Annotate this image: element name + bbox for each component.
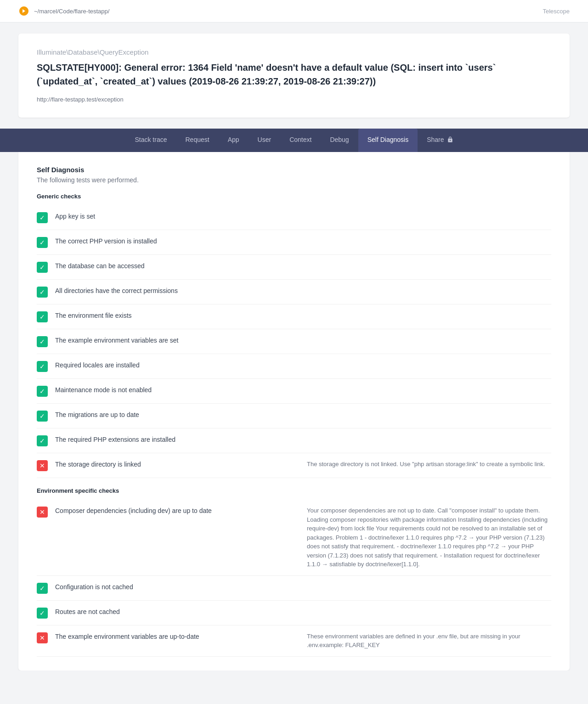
tab-share[interactable]: Share: [418, 129, 462, 152]
check-label: The required PHP extensions are installe…: [55, 435, 551, 443]
fail-icon: ✕: [37, 460, 48, 471]
check-message: These environment variables are defined …: [307, 632, 551, 650]
pass-icon: ✓: [37, 311, 48, 322]
check-row: ✓The migrations are up to date: [37, 404, 551, 428]
pass-icon: ✓: [37, 411, 48, 422]
pass-icon: ✓: [37, 435, 48, 446]
main-content: Self Diagnosis The following tests were …: [18, 152, 570, 670]
top-bar: ~/marcel/Code/flare-testapp/ Telescope: [0, 0, 588, 23]
check-label: App key is set: [55, 212, 551, 220]
tab-user[interactable]: User: [249, 129, 281, 152]
fail-icon: ✕: [37, 632, 48, 643]
check-message: The storage directory is not linked. Use…: [307, 460, 551, 469]
env-checks-title: Environment specific checks: [37, 487, 551, 494]
error-card: Illuminate\Database\QueryException SQLST…: [18, 34, 570, 118]
check-label: Routes are not cached: [55, 607, 551, 615]
check-label: All directories have the correct permiss…: [55, 286, 551, 294]
check-row: ✕The storage directory is linkedThe stor…: [37, 453, 551, 478]
check-label: The correct PHP version is installed: [55, 237, 551, 245]
exception-url[interactable]: http://flare-testapp.test/exception: [37, 96, 124, 103]
flare-logo-icon: [18, 6, 29, 17]
pass-icon: ✓: [37, 262, 48, 273]
check-row: ✓The example environment variables are s…: [37, 329, 551, 354]
check-row: ✓The required PHP extensions are install…: [37, 428, 551, 453]
exception-message: SQLSTATE[HY000]: General error: 1364 Fie…: [37, 61, 551, 88]
check-label: The storage directory is linked: [55, 460, 300, 468]
pass-icon: ✓: [37, 336, 48, 347]
check-row: ✓The correct PHP version is installed: [37, 230, 551, 255]
nav-tabs: Stack trace Request App User Context Deb…: [0, 129, 588, 152]
self-diagnosis-subtitle: The following tests were performed.: [37, 176, 551, 184]
pass-icon: ✓: [37, 287, 48, 298]
pass-icon: ✓: [37, 583, 48, 594]
top-bar-left: ~/marcel/Code/flare-testapp/: [18, 6, 109, 17]
tab-stack-trace[interactable]: Stack trace: [125, 129, 176, 152]
check-row: ✕Composer dependencies (including dev) a…: [37, 500, 551, 576]
pass-icon: ✓: [37, 212, 48, 223]
check-label: Composer dependencies (including dev) ar…: [55, 506, 300, 514]
check-row: ✓Configuration is not cached: [37, 576, 551, 601]
pass-icon: ✓: [37, 237, 48, 248]
env-checks-list: ✕Composer dependencies (including dev) a…: [37, 500, 551, 657]
check-row: ✕The example environment variables are u…: [37, 625, 551, 657]
check-row: ✓Maintenance mode is not enabled: [37, 379, 551, 404]
pass-icon: ✓: [37, 361, 48, 372]
check-row: ✓The environment file exists: [37, 304, 551, 329]
telescope-link[interactable]: Telescope: [543, 8, 570, 15]
check-label: The example environment variables are se…: [55, 336, 551, 344]
check-label: Configuration is not cached: [55, 582, 551, 591]
check-label: The example environment variables are up…: [55, 632, 300, 640]
check-label: The environment file exists: [55, 311, 551, 319]
tab-context[interactable]: Context: [280, 129, 321, 152]
generic-checks-title: Generic checks: [37, 193, 551, 200]
check-row: ✓All directories have the correct permis…: [37, 280, 551, 304]
check-label: The migrations are up to date: [55, 410, 551, 418]
check-row: ✓Routes are not cached: [37, 601, 551, 625]
fail-icon: ✕: [37, 507, 48, 518]
check-row: ✓The database can be accessed: [37, 255, 551, 280]
self-diagnosis-title: Self Diagnosis: [37, 166, 551, 174]
check-label: Maintenance mode is not enabled: [55, 385, 551, 394]
exception-class: Illuminate\Database\QueryException: [37, 48, 551, 56]
check-row: ✓App key is set: [37, 205, 551, 230]
tab-app[interactable]: App: [219, 129, 249, 152]
tab-self-diagnosis[interactable]: Self Diagnosis: [358, 129, 418, 152]
check-message: Your composer dependencies are not up to…: [307, 506, 551, 569]
check-label: Required locales are installed: [55, 360, 551, 369]
app-path: ~/marcel/Code/flare-testapp/: [34, 8, 109, 15]
share-icon: [447, 136, 453, 143]
pass-icon: ✓: [37, 608, 48, 619]
check-label: The database can be accessed: [55, 261, 551, 270]
check-row: ✓Required locales are installed: [37, 354, 551, 379]
pass-icon: ✓: [37, 386, 48, 397]
tab-request[interactable]: Request: [176, 129, 219, 152]
tab-debug[interactable]: Debug: [321, 129, 358, 152]
generic-checks-list: ✓App key is set✓The correct PHP version …: [37, 205, 551, 478]
